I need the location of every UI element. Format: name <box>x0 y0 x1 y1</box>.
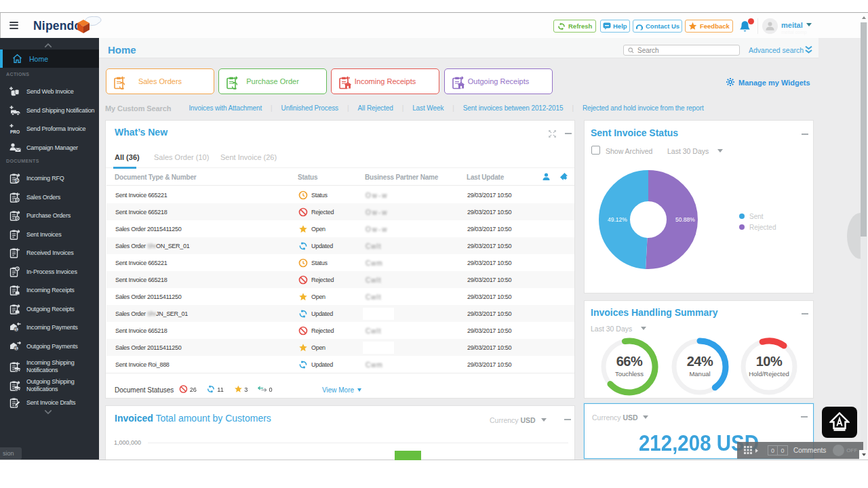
svg-text:50.88%: 50.88% <box>675 216 695 223</box>
svg-text:49.12%: 49.12% <box>608 216 627 223</box>
svg-text:$: $ <box>16 179 18 183</box>
svg-text:PRO: PRO <box>10 129 20 134</box>
